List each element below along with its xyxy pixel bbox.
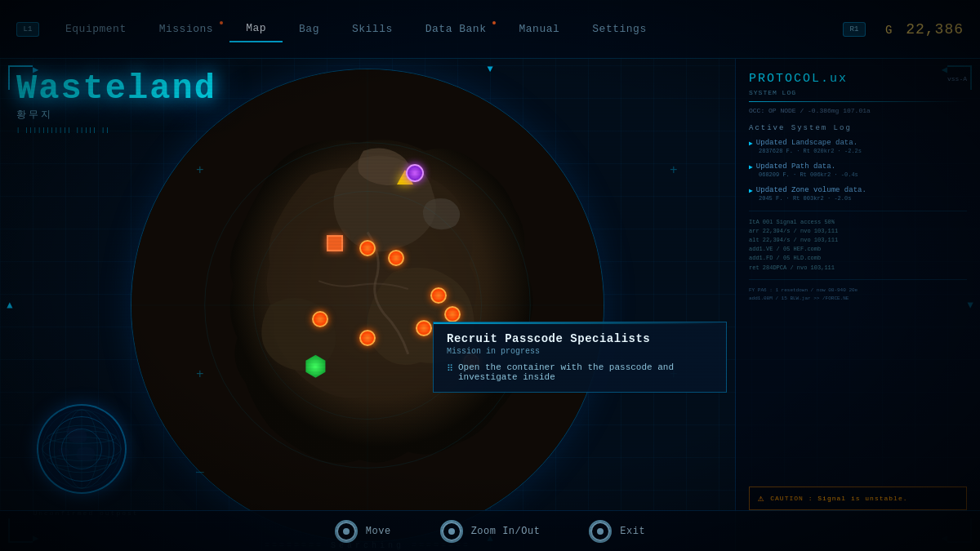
marker-orange-2 [388, 250, 404, 266]
caution-icon: ⚠ [758, 492, 764, 504]
caution-separator: : [808, 495, 813, 502]
nav-item-bag[interactable]: Bag [283, 16, 336, 42]
control-exit-label: Exit [620, 526, 645, 537]
barcode: | ||||||||||| ||||| || [16, 127, 196, 133]
log-entry-1-title: ▶ Updated Landscape data. [749, 139, 967, 147]
marker-chest [327, 235, 343, 251]
panel-divider-2 [749, 279, 967, 280]
addr-row-1: FY PA6 : 1 resetdown / now 08-940 20e [749, 287, 967, 295]
nav-item-missions[interactable]: Missions [143, 16, 229, 42]
nav-bar: L1 Equipment Missions Map Bag Skills Dat… [0, 0, 980, 59]
data-row-6: ret 284DPCA / nvo 103,111 [749, 264, 967, 273]
protocol-title: PROTOCOL.ux [749, 72, 848, 86]
marker-orange-3 [430, 287, 447, 304]
nav-badge-left: L1 [16, 22, 39, 37]
nav-item-skills[interactable]: Skills [336, 16, 409, 42]
control-move-label: Move [366, 526, 391, 537]
data-row-3: alt 22,394/s / nvo 103,111 [749, 236, 967, 245]
protocol-stats: OCC: OP NODE / -0.386mg 107.01a [749, 107, 967, 114]
map-circle-wrapper: ======== Searching ======== [131, 69, 604, 542]
protocol-subtitle: SYSTEM LOG [749, 89, 967, 96]
nav-badge-right: R1 [843, 22, 866, 37]
marker-orange-5 [416, 320, 432, 336]
log-entry-2-text: Updated Path data. [756, 162, 835, 171]
bottom-bar: Move Zoom In/Out Exit [0, 510, 980, 551]
marker-orange-4 [444, 306, 461, 322]
log-entry-2-data: 068209 F. · Rt 006kr2 · -0.4s [759, 171, 967, 180]
log-entry-1-text: Updated Landscape data. [756, 139, 858, 147]
control-zoom: Zoom In/Out [440, 520, 541, 543]
panel-divider-1 [749, 211, 967, 211]
nav-item-map[interactable]: Map [229, 16, 283, 42]
marker-orange-7 [359, 330, 376, 346]
map-circle [131, 69, 604, 542]
log-entry-3: ▶ Updated Zone volume data. 2045 F. · Rt… [749, 186, 967, 203]
nav-right: R1 G 22,386 [843, 21, 964, 38]
log-entry-1: ▶ Updated Landscape data. 2837628 F. · R… [749, 139, 967, 156]
gold-prefix: G [885, 24, 893, 37]
marker-purple [406, 164, 424, 182]
databank-dot [492, 21, 496, 24]
log-entry-1-data: 2837628 F. · Rt 020kr2 · -2.2s [759, 147, 967, 156]
gold-display: G 22,386 [885, 21, 964, 38]
gold-value: 22,386 [906, 21, 964, 38]
addr-row-2: add1.08M / 15 BLW.jar >> /FORCE.NE [749, 295, 967, 303]
marker-orange-8 [463, 353, 479, 370]
marker-orange-1 [359, 240, 376, 256]
log-entry-2: ▶ Updated Path data. 068209 F. · Rt 006k… [749, 162, 967, 180]
caution-label: CAUTION [770, 495, 804, 502]
data-row-2: arr 22,394/s / nvo 103,111 [749, 227, 967, 236]
protocol-header: PROTOCOL.ux vss-A [749, 72, 967, 86]
data-row-1: ItA 00l Signal access 50% [749, 218, 967, 227]
zoom-btn-icon [440, 520, 463, 543]
exit-btn-icon [589, 520, 612, 543]
location-korean: 황무지 [16, 108, 196, 122]
data-row-4: add1.VE / 05 HEF.comb [749, 245, 967, 254]
radar-inner-ring2 [61, 429, 102, 469]
log-arrow-3: ▶ [749, 187, 753, 194]
log-entry-3-title: ▶ Updated Zone volume data. [749, 186, 967, 194]
nav-item-settings[interactable]: Settings [576, 16, 662, 42]
log-arrow-2: ▶ [749, 163, 753, 171]
marker-orange-6 [312, 311, 328, 327]
radar-globe [37, 404, 127, 494]
caution-box: ⚠ CAUTION : Signal is unstable. [749, 487, 967, 510]
left-panel: Wasteland 황무지 | ||||||||||| ||||| || [16, 72, 196, 133]
log-entry-3-data: 2045 F. · Rt 003kr2 · -2.0s [759, 194, 967, 203]
active-log-title: Active System Log [749, 124, 967, 132]
protocol-version: vss-A [947, 75, 967, 82]
missions-dot [220, 21, 223, 24]
protocol-divider [749, 101, 967, 102]
nav-items: Equipment Missions Map Bag Skills Data B… [49, 16, 843, 42]
data-table: ItA 00l Signal access 50% arr 22,394/s /… [749, 218, 967, 273]
caution-message: Signal is unstable. [817, 495, 907, 502]
control-zoom-label: Zoom In/Out [471, 526, 541, 537]
location-name: Wasteland [16, 72, 196, 106]
nav-item-databank[interactable]: Data Bank [409, 16, 503, 42]
caution-text: CAUTION : Signal is unstable. [770, 495, 907, 502]
radar-widget: Unconfirmed outpost [37, 404, 135, 502]
log-entry-3-text: Updated Zone volume data. [756, 186, 866, 194]
marker-active-mission [304, 355, 327, 378]
control-exit: Exit [589, 520, 645, 543]
right-panel: PROTOCOL.ux vss-A SYSTEM LOG OCC: OP NOD… [735, 59, 980, 551]
terrain-svg [131, 69, 604, 541]
log-arrow-1: ▶ [749, 140, 753, 147]
log-entry-2-title: ▶ Updated Path data. [749, 162, 967, 171]
nav-item-manual[interactable]: Manual [502, 16, 576, 42]
control-move: Move [335, 520, 391, 543]
data-row-5: add1.FD / 05 HLD.comb [749, 254, 967, 263]
move-btn-icon [335, 520, 358, 543]
addr-data: FY PA6 : 1 resetdown / now 08-940 20e ad… [749, 287, 967, 303]
nav-item-equipment[interactable]: Equipment [49, 16, 143, 42]
